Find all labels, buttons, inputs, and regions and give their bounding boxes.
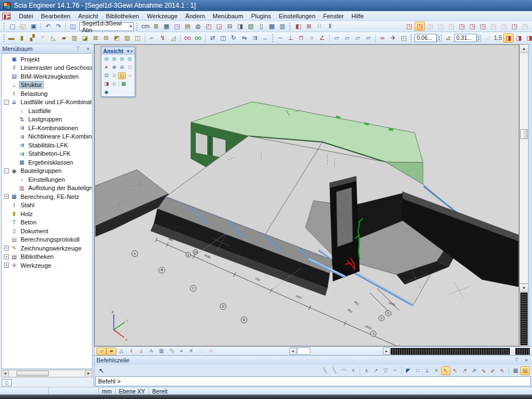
node-display-icon[interactable]: △	[116, 347, 126, 355]
tree-item[interactable]: -◉Bauteilgruppen	[3, 167, 92, 176]
support-display-icon[interactable]: ⊥	[136, 347, 146, 355]
view-axo-icon[interactable]: ◎	[126, 55, 134, 63]
snap-int2-icon[interactable]: ⇖	[498, 366, 507, 375]
view-preset-icon-3[interactable]: ◳	[425, 22, 436, 31]
numbering-display-icon[interactable]: #	[186, 347, 196, 355]
model-canvas[interactable]: 380 2436 733 1437 2515 380 300 400 1610 …	[95, 45, 519, 346]
tree-item[interactable]: +✎Zeichnungswerkzeuge	[3, 244, 92, 253]
view-x-icon[interactable]: ◎	[110, 55, 118, 63]
table-input-icon[interactable]: ◰	[203, 22, 214, 31]
display-set-icon-3[interactable]: ◨	[524, 33, 532, 43]
tree-item[interactable]: ▣Projekt	[3, 55, 92, 64]
undo-icon[interactable]: ↶	[43, 22, 53, 31]
status-units[interactable]: mm	[99, 387, 116, 395]
section-box-icon[interactable]: ▦	[120, 80, 127, 88]
tree-item[interactable]: ⌂Struktur	[3, 81, 92, 90]
tree-item[interactable]: ⇉Nichtlineare LF-Kombinatic	[3, 132, 92, 141]
zoom-window-icon[interactable]: ⊡	[126, 64, 134, 71]
zoom-in-icon[interactable]: ⊕	[110, 64, 118, 71]
toolbar-grip[interactable]	[136, 23, 139, 30]
snap-delete-icon[interactable]: ×	[349, 366, 358, 375]
explode-icon[interactable]: ✈	[388, 33, 398, 43]
print-preview-icon[interactable]: ◨	[235, 22, 245, 31]
tree-expander-icon[interactable]: -	[4, 168, 9, 173]
arc-member-icon[interactable]: ◜	[38, 33, 48, 43]
vscroll-thumb[interactable]	[520, 129, 528, 139]
view-preset-icon-2[interactable]: ◳	[415, 22, 425, 31]
paste-icon-1[interactable]: ▱	[331, 33, 342, 43]
node-pair-red-icon[interactable]: oo	[182, 33, 193, 43]
surface-display-icon[interactable]: ▧	[156, 347, 166, 355]
paste-icon-2[interactable]: ▱	[342, 33, 352, 43]
params-icon[interactable]: ▢	[196, 347, 206, 355]
project-item-combobox[interactable]: Segel1d-3Gewi Abn ▾	[79, 22, 134, 31]
close-icon[interactable]: ×	[130, 49, 133, 54]
snap-cursor-icon[interactable]: ↖	[441, 366, 451, 375]
tree-item[interactable]: ▥Auflistung der Bauteilgrupp	[3, 184, 92, 193]
connect-members-icon[interactable]: ⌐	[147, 33, 157, 43]
visibility-folder-icon[interactable]: ◱	[118, 72, 126, 79]
opening-icon[interactable]: ⊠	[90, 33, 101, 43]
view-preset-icon-4[interactable]: ◳	[436, 22, 446, 31]
scroll-down-icon[interactable]: ▼	[520, 284, 528, 292]
view-z-icon[interactable]: ◎	[103, 55, 110, 63]
view-preset-icon-7[interactable]: ◳	[467, 22, 478, 31]
view-preset-icon-8[interactable]: ◳	[478, 22, 488, 31]
view-preset-icon-5[interactable]: ◳	[446, 22, 457, 31]
camera-icon[interactable]: ▣	[110, 80, 118, 88]
zoom-out-icon[interactable]: ⊖	[118, 64, 126, 71]
subregion-icon[interactable]: ◩	[111, 33, 122, 43]
view-preset-icon-9[interactable]: ◳	[488, 22, 499, 31]
rotate-icon[interactable]: ↻	[228, 33, 239, 43]
snap-nearest-icon[interactable]: ▽	[381, 366, 390, 375]
vscroll-track[interactable]	[520, 53, 528, 284]
view-preset-icon-12[interactable]: ◳	[520, 22, 530, 31]
tree-expander-icon[interactable]: +	[4, 254, 9, 259]
menu-item-11[interactable]: Hilfe	[347, 12, 367, 20]
label-display-icon[interactable]: A	[146, 347, 156, 355]
render-settings-icon[interactable]: ◆	[103, 89, 110, 96]
pan-slider-small[interactable]	[515, 348, 530, 355]
snap-step-spinner[interactable]: 0.06... ▴▾	[415, 34, 442, 42]
tree-item[interactable]: ⇅Lastgruppen	[3, 115, 92, 124]
display-set-icon-1[interactable]: ◨	[503, 33, 514, 43]
clip-view-icon[interactable]: ◨	[103, 80, 110, 88]
close-icon[interactable]: ×	[85, 46, 91, 52]
mirror-icon[interactable]: ⇋	[239, 33, 249, 43]
scroll-left-icon[interactable]: ◄	[2, 370, 9, 377]
tree-item[interactable]: -⇊Lastfälle und LF-Kombinatione	[3, 98, 92, 107]
polyline-icon[interactable]: ⊓	[296, 33, 306, 43]
scroll-right-icon[interactable]: ►	[85, 370, 92, 377]
snap-midpoint-icon[interactable]: ↗	[371, 366, 381, 375]
snap-settings-icon[interactable]: ▤	[520, 366, 530, 375]
scroll-left-icon[interactable]: ◄	[289, 347, 296, 355]
zoom-all-icon[interactable]: ⊡	[103, 72, 110, 79]
snap-edge-icon[interactable]: ↗	[460, 366, 469, 375]
tree-expander-icon[interactable]: +	[4, 245, 9, 250]
tree-item[interactable]: +✛Werkzeuge	[3, 261, 92, 270]
tree-item[interactable]: TBeton	[3, 218, 92, 227]
layers-icon[interactable]: ≣	[151, 22, 161, 31]
load-panel-icon[interactable]: ▨	[122, 33, 132, 43]
paste-icon-4[interactable]: ▱	[363, 33, 374, 43]
wireframe-icon[interactable]: ▱	[96, 347, 106, 355]
viewport-vscrollbar[interactable]: ▲ ▼	[519, 44, 529, 346]
snap-parallel-icon[interactable]: ╲	[330, 366, 339, 375]
member-data-icon[interactable]: ◳	[172, 22, 182, 31]
save-icon[interactable]: ▣	[28, 22, 39, 31]
view-preset-icon-11[interactable]: ◳	[509, 22, 520, 31]
redo-icon[interactable]: ↷	[53, 22, 64, 31]
link-icon[interactable]: ∞	[377, 33, 388, 43]
fe-mesh-icon[interactable]: ◍	[193, 22, 203, 31]
tree-item[interactable]: ▦Ergebnisklassen	[3, 158, 92, 167]
print-icon[interactable]: ⊟	[224, 22, 235, 31]
dock-tab-icon[interactable]: ◫	[2, 379, 12, 386]
tree-item[interactable]: ↓Einstellungen	[3, 175, 92, 184]
tree-item[interactable]: ⇉Stabilitäts-LFK	[3, 141, 92, 150]
scroll-thumb[interactable]	[17, 371, 49, 376]
grid-display-icon[interactable]: ∷	[206, 347, 216, 355]
weld-icon[interactable]: ◿	[168, 33, 178, 43]
table-results-icon[interactable]: ◲	[214, 22, 224, 31]
scale-ruler-icon[interactable]: 1.5	[493, 33, 503, 43]
load-display-icon[interactable]: ⇓	[126, 347, 136, 355]
